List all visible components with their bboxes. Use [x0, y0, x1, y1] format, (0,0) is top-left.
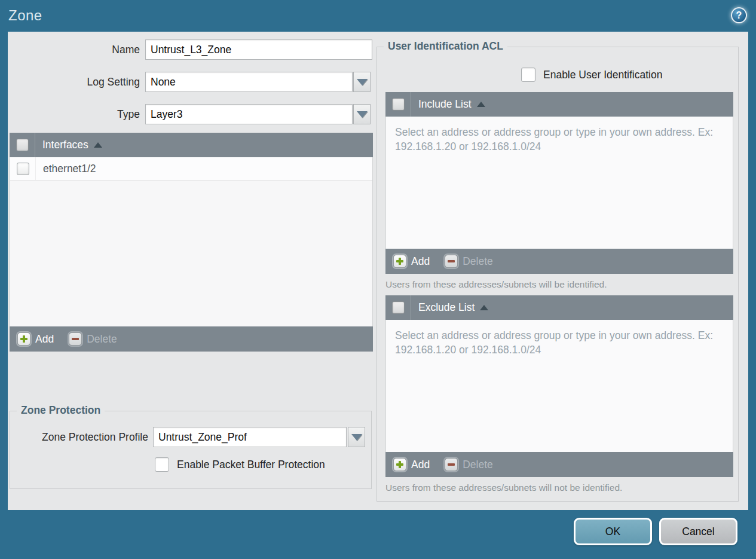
interfaces-footer: Add Delete — [10, 326, 373, 352]
dialog-body: Name Log Setting Type Interfaces etherne… — [8, 32, 748, 510]
exclude-list-header[interactable]: Exclude List — [385, 295, 733, 320]
dropdown-arrow-icon — [357, 79, 368, 85]
include-column-title: Include List — [411, 92, 485, 117]
sort-ascending-icon — [477, 102, 485, 107]
enable-user-identification-label: Enable User Identification — [543, 69, 662, 81]
include-select-all-cell — [385, 92, 411, 117]
add-label: Add — [35, 333, 54, 346]
include-delete-button[interactable]: Delete — [445, 255, 493, 268]
table-row[interactable]: ethernet1/2 — [10, 157, 372, 181]
log-setting-select[interactable] — [145, 72, 353, 92]
enable-packet-buffer-label: Enable Packet Buffer Protection — [177, 459, 325, 471]
sort-ascending-icon — [94, 142, 102, 148]
help-glyph: ? — [736, 10, 742, 21]
zone-protection-section: Zone Protection Zone Protection Profile … — [10, 411, 372, 489]
zone-protection-dropdown-arrow-icon[interactable] — [348, 427, 365, 447]
interfaces-table: Interfaces ethernet1/2 Add Delete — [10, 133, 373, 352]
interfaces-body: ethernet1/2 — [10, 157, 373, 326]
zone-protection-profile-select[interactable] — [153, 427, 347, 447]
delete-minus-icon — [69, 332, 82, 346]
dropdown-arrow-icon — [351, 434, 362, 441]
log-setting-dropdown-arrow-icon[interactable] — [353, 72, 371, 92]
exclude-select-all-checkbox[interactable] — [392, 301, 405, 314]
delete-label: Delete — [87, 333, 117, 346]
add-plus-icon — [393, 255, 406, 268]
include-list-footer: Add Delete — [385, 249, 733, 274]
interfaces-header-label: Interfaces — [42, 139, 88, 151]
add-label: Add — [411, 255, 430, 268]
dialog-titlebar: Zone ? — [0, 0, 756, 32]
dialog-title: Zone — [8, 7, 42, 24]
cancel-button[interactable]: Cancel — [659, 518, 737, 545]
name-label: Name — [8, 39, 140, 60]
exclude-list-footer: Add Delete — [385, 452, 733, 477]
enable-packet-buffer-checkbox[interactable] — [155, 457, 169, 472]
interfaces-header[interactable]: Interfaces — [10, 133, 373, 157]
packet-buffer-row: Enable Packet Buffer Protection — [155, 457, 325, 472]
sort-ascending-icon — [480, 305, 488, 310]
include-list-body[interactable]: Select an address or address group or ty… — [385, 117, 733, 249]
interface-name: ethernet1/2 — [36, 163, 96, 175]
zone-protection-profile-label: Zone Protection Profile — [14, 427, 148, 447]
log-setting-label: Log Setting — [8, 72, 140, 92]
name-input[interactable] — [145, 39, 372, 60]
user-identification-legend: User Identification ACL — [384, 40, 507, 53]
help-icon[interactable]: ? — [731, 7, 747, 23]
exclude-column-title: Exclude List — [411, 295, 488, 320]
delete-minus-icon — [445, 458, 458, 471]
enable-user-identification-row: Enable User Identification — [521, 68, 662, 82]
include-select-all-checkbox[interactable] — [392, 98, 405, 111]
interfaces-select-all-cell — [10, 133, 35, 157]
exclude-list-body[interactable]: Select an address or address group or ty… — [385, 320, 733, 452]
exclude-select-all-cell — [385, 295, 411, 320]
exclude-hint-text: Users from these addresses/subnets will … — [385, 482, 622, 493]
interfaces-delete-button[interactable]: Delete — [69, 332, 117, 346]
interfaces-column-title: Interfaces — [35, 133, 102, 157]
interface-row-checkbox[interactable] — [17, 163, 29, 175]
row-checkbox-cell — [10, 157, 36, 180]
include-hint-text: Users from these addresses/subnets will … — [385, 279, 607, 290]
enable-user-identification-checkbox[interactable] — [521, 68, 535, 82]
type-select[interactable] — [145, 104, 353, 124]
interfaces-add-button[interactable]: Add — [17, 332, 54, 346]
add-plus-icon — [393, 458, 406, 471]
include-list-header[interactable]: Include List — [385, 92, 733, 117]
type-label: Type — [8, 104, 140, 124]
zone-protection-legend: Zone Protection — [17, 404, 105, 417]
exclude-delete-button[interactable]: Delete — [445, 458, 493, 471]
include-list-table: Include List Select an address or addres… — [385, 92, 733, 274]
delete-minus-icon — [445, 255, 458, 268]
type-dropdown-arrow-icon[interactable] — [353, 104, 371, 124]
exclude-list-table: Exclude List Select an address or addres… — [385, 295, 733, 477]
ok-button[interactable]: OK — [574, 518, 652, 545]
interfaces-select-all-checkbox[interactable] — [16, 139, 29, 151]
exclude-header-label: Exclude List — [418, 301, 475, 314]
zone-dialog-screen: { "window": { "title": "Zone" }, "colors… — [0, 0, 756, 559]
dropdown-arrow-icon — [357, 111, 368, 118]
exclude-add-button[interactable]: Add — [393, 458, 430, 471]
add-plus-icon — [17, 332, 30, 346]
include-placeholder: Select an address or address group or ty… — [395, 126, 715, 154]
exclude-placeholder: Select an address or address group or ty… — [395, 329, 715, 358]
include-add-button[interactable]: Add — [393, 255, 430, 268]
user-identification-section: User Identification ACL Enable User Iden… — [377, 47, 739, 502]
add-label: Add — [411, 459, 430, 471]
include-header-label: Include List — [418, 98, 472, 111]
delete-label: Delete — [463, 255, 493, 268]
delete-label: Delete — [463, 459, 493, 471]
